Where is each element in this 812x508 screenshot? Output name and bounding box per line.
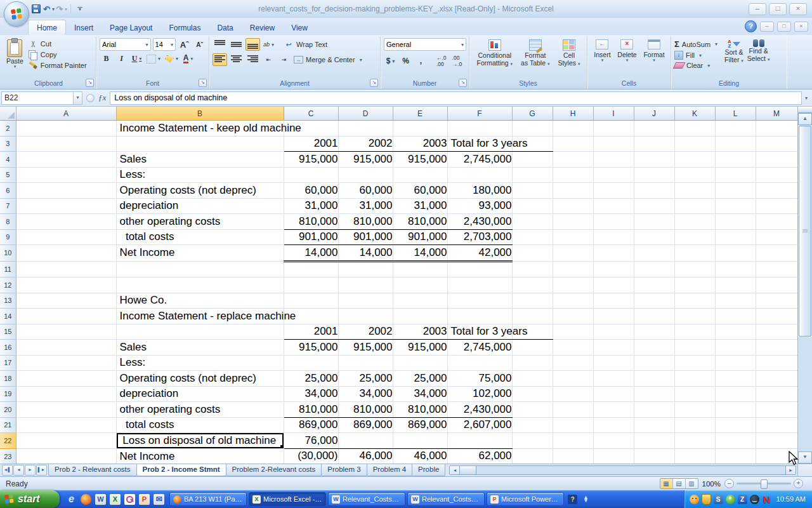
tray-tools-icon[interactable]: S <box>714 495 723 504</box>
cell-J20[interactable] <box>634 402 674 418</box>
row-header-6[interactable]: 6 <box>0 183 16 199</box>
cell-D18[interactable]: 25,000 <box>338 371 393 387</box>
cell-I4[interactable] <box>593 152 634 168</box>
col-header-F[interactable]: F <box>447 107 512 121</box>
cell-C23[interactable]: (30,000) <box>284 448 338 464</box>
cell-D7[interactable]: 31,000 <box>338 198 393 214</box>
taskbar-button-4[interactable]: WRelevant_Costs_f... <box>407 492 485 506</box>
borders-button[interactable]: ▾ <box>145 53 162 64</box>
cell-M13[interactable] <box>756 293 797 309</box>
cell-M5[interactable] <box>756 167 797 183</box>
cell-E12[interactable] <box>393 277 447 293</box>
zoom-in-button[interactable]: + <box>794 479 803 488</box>
sheet-tab-prob-2-relevant-costs[interactable]: Prob 2 - Relevant costs <box>48 464 137 476</box>
cell-A4[interactable] <box>16 152 116 168</box>
cell-F23[interactable]: 62,000 <box>447 448 512 464</box>
cell-I20[interactable] <box>593 402 634 418</box>
cell-E6[interactable]: 60,000 <box>393 183 447 199</box>
redo-button[interactable]: ↷▾ <box>56 3 67 15</box>
cell-L7[interactable] <box>715 198 756 214</box>
ribbon-tab-home[interactable]: Home <box>28 20 66 35</box>
cell-B23[interactable]: Net Income <box>116 448 284 464</box>
internet-explorer-icon[interactable]: e <box>66 494 77 505</box>
row-header-7[interactable]: 7 <box>0 198 16 214</box>
col-header-C[interactable]: C <box>284 107 338 121</box>
row-header-11[interactable]: 11 <box>0 261 16 277</box>
copy-button[interactable]: Copy <box>28 50 87 59</box>
font-name-select[interactable]: Arial▾ <box>100 38 151 51</box>
cell-B16[interactable]: Sales <box>116 340 284 356</box>
comma-style-button[interactable]: , <box>414 56 428 67</box>
cell-B4[interactable]: Sales <box>116 152 284 168</box>
cell-C16[interactable]: 915,000 <box>284 340 338 356</box>
cell-L11[interactable] <box>715 261 756 277</box>
fill-color-button[interactable]: ▾ <box>164 53 180 64</box>
cell-H3[interactable] <box>553 136 593 152</box>
ribbon-tab-page-layout[interactable]: Page Layout <box>102 20 160 35</box>
cell-I3[interactable] <box>593 136 634 152</box>
cell-G20[interactable] <box>512 402 553 418</box>
cell-A7[interactable] <box>16 198 116 214</box>
cell-K8[interactable] <box>674 214 715 230</box>
cell-E22[interactable] <box>393 433 447 449</box>
cell-D9[interactable]: 901,000 <box>338 229 393 245</box>
cell-A16[interactable] <box>16 340 116 356</box>
cell-A18[interactable] <box>16 371 116 387</box>
cell-A6[interactable] <box>16 183 116 199</box>
row-header-19[interactable]: 19 <box>0 386 16 402</box>
tray-antivirus-icon[interactable]: * <box>726 495 735 504</box>
cell-A15[interactable] <box>16 324 116 340</box>
cell-D8[interactable]: 810,000 <box>338 214 393 230</box>
cell-A2[interactable] <box>16 121 116 137</box>
cell-I23[interactable] <box>593 448 634 464</box>
cell-M16[interactable] <box>756 340 797 356</box>
cell-M17[interactable] <box>756 355 797 371</box>
font-size-select[interactable]: 14▾ <box>153 38 176 51</box>
col-header-G[interactable]: G <box>512 107 553 121</box>
cell-H17[interactable] <box>553 355 593 371</box>
cell-B20[interactable]: other operating costs <box>116 402 284 418</box>
minimize-button[interactable]: – <box>749 3 766 15</box>
cell-B19[interactable]: depreciation <box>116 386 284 402</box>
cell-G11[interactable] <box>512 261 553 277</box>
cell-K17[interactable] <box>674 355 715 371</box>
sheet-tab-problem-3[interactable]: Problem 3 <box>321 464 367 476</box>
cell-B2[interactable]: Income Statement - keep old machine <box>116 121 284 137</box>
align-bottom-button[interactable] <box>246 38 260 51</box>
cell-G4[interactable] <box>512 152 553 168</box>
cell-F12[interactable] <box>447 277 512 293</box>
vertical-scroll-thumb[interactable] <box>799 126 811 337</box>
col-header-J[interactable]: J <box>634 107 674 121</box>
first-sheet-button[interactable]: ◄▌ <box>2 465 13 476</box>
row-header-5[interactable]: 5 <box>0 167 16 183</box>
cell-E8[interactable]: 810,000 <box>393 214 447 230</box>
cell-F11[interactable] <box>447 261 512 277</box>
expand-formula-bar-button[interactable]: ▾ <box>802 95 811 101</box>
cell-F19[interactable]: 102,000 <box>447 386 512 402</box>
row-header-17[interactable]: 17 <box>0 355 16 371</box>
cell-C15[interactable]: 2001 <box>284 324 338 340</box>
page-break-view-button[interactable]: ▥ <box>686 479 698 488</box>
cell-G6[interactable] <box>512 183 553 199</box>
cell-K21[interactable] <box>674 417 715 433</box>
row-header-23[interactable]: 23 <box>0 448 16 464</box>
vertical-scrollbar[interactable]: ▲ ▼ <box>797 107 812 464</box>
office-button[interactable] <box>4 1 29 27</box>
cell-F8[interactable]: 2,430,000 <box>447 214 512 230</box>
cell-K10[interactable] <box>674 245 715 262</box>
cell-L14[interactable] <box>715 309 756 324</box>
cell-K9[interactable] <box>674 229 715 245</box>
cell-J12[interactable] <box>634 277 674 293</box>
help-icon[interactable]: ? <box>745 20 757 32</box>
cell-M12[interactable] <box>756 277 797 293</box>
cell-D11[interactable] <box>338 261 393 277</box>
cell-G9[interactable] <box>512 229 553 245</box>
cell-B7[interactable]: depreciation <box>116 198 284 214</box>
cell-G12[interactable] <box>512 277 553 293</box>
cell-J16[interactable] <box>634 340 674 356</box>
align-left-button[interactable] <box>213 53 227 66</box>
col-header-D[interactable]: D <box>338 107 393 121</box>
cell-K22[interactable] <box>674 433 715 449</box>
cell-L3[interactable] <box>715 136 756 152</box>
cell-C7[interactable]: 31,000 <box>284 198 338 214</box>
